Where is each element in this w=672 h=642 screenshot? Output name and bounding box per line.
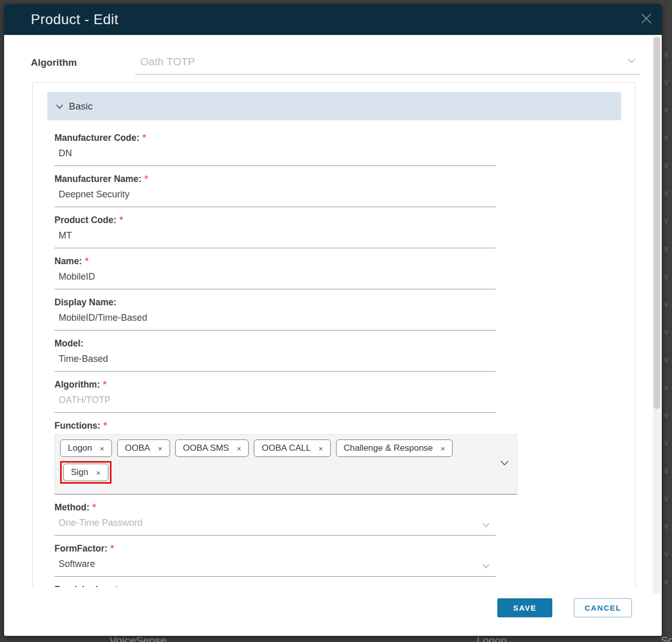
tag-label: Challenge & Response <box>344 443 433 453</box>
required-asterisk: * <box>85 256 89 266</box>
chevron-down-icon <box>482 560 490 571</box>
remove-tag-icon[interactable]: × <box>319 445 323 452</box>
tag-label: OOBA <box>125 443 150 453</box>
tag-logon: Logon × <box>60 439 112 457</box>
field-label: Algorithm: <box>54 379 100 390</box>
background-chevron-icon: ∨ <box>663 189 671 197</box>
modal-header: Product - Edit <box>4 4 662 35</box>
tag-label: Sign <box>71 467 88 478</box>
background-chevron-icon: ∨ <box>663 383 671 392</box>
required-asterisk: * <box>115 584 119 587</box>
close-button[interactable] <box>639 12 654 27</box>
background-chevron-icon: ∨ <box>663 217 671 225</box>
product-edit-modal: Product - Edit Algorithm Oath TOTP Basic… <box>4 4 662 636</box>
background-chevron-icon: ∨ <box>663 50 671 59</box>
remove-tag-icon[interactable]: × <box>100 445 104 452</box>
algorithm-select-row: Algorithm Oath TOTP <box>31 56 640 75</box>
field-display-name: Display Name: MobileID/Time-Based <box>54 296 496 331</box>
required-asterisk: * <box>110 543 114 554</box>
required-asterisk: * <box>103 379 106 390</box>
tag-ooba-sms: OOBA SMS × <box>175 439 249 457</box>
background-chevron-icon: ∨ <box>663 78 671 86</box>
background-chevron-icon: ∨ <box>663 411 671 419</box>
field-manufacturer-name: Manufacturer Name:* Deepnet Security <box>54 173 496 207</box>
section-basic-header[interactable]: Basic <box>47 92 621 120</box>
annotation-highlight-box: Sign × <box>60 461 111 484</box>
functions-multiselect[interactable]: Logon × OOBA × OOBA SMS × OOBA CALL × <box>54 434 517 494</box>
form-fields: Manufacturer Code:* DN Manufacturer Name… <box>33 120 496 587</box>
background-chevron-icon: ∨ <box>663 300 671 308</box>
remove-tag-icon[interactable]: × <box>158 445 162 452</box>
algorithm-dropdown[interactable]: Oath TOTP <box>135 56 640 75</box>
field-label: Manufacturer Name: <box>54 174 141 184</box>
field-label: FormFactor: <box>54 543 107 554</box>
cancel-button[interactable]: CANCEL <box>574 598 632 617</box>
background-chevron-icon: ∨ <box>663 134 671 142</box>
field-method: Method:* One-Time Password <box>54 501 496 536</box>
field-label: Model: <box>54 338 83 348</box>
modal-footer: SAVE CANCEL <box>497 598 632 617</box>
remove-tag-icon[interactable]: × <box>441 445 445 452</box>
field-label: Provisioning: <box>54 584 112 587</box>
remove-tag-icon[interactable]: × <box>237 445 241 452</box>
background-chevron-icon: ∨ <box>663 161 671 170</box>
chevron-down-icon <box>482 519 490 530</box>
model-input[interactable]: Time-Based <box>54 352 496 372</box>
required-asterisk: * <box>144 174 148 184</box>
required-asterisk: * <box>142 133 146 143</box>
modal-scrollbar-thumb[interactable] <box>654 37 660 409</box>
field-name: Name:* MobileID <box>54 255 496 289</box>
background-chevron-icon: ∨ <box>663 272 671 281</box>
algorithm-select-label: Algorithm <box>31 57 135 75</box>
background-chevron-icon: ∨ <box>663 578 671 586</box>
close-icon <box>640 12 652 27</box>
field-label: Product Code: <box>54 215 117 225</box>
field-formfactor: FormFactor:* Software <box>54 542 496 577</box>
field-model: Model: Time-Based <box>54 337 496 372</box>
form-scroll-area: Basic Manufacturer Code:* DN Manufacture… <box>32 82 636 587</box>
manufacturer-name-input[interactable]: Deepnet Security <box>54 188 496 207</box>
required-asterisk: * <box>92 502 96 512</box>
required-asterisk: * <box>103 420 107 431</box>
remove-tag-icon[interactable]: × <box>96 469 101 476</box>
field-label: Name: <box>54 256 82 266</box>
tag-challenge-response: Challenge & Response × <box>336 439 453 457</box>
field-manufacturer-code: Manufacturer Code:* DN <box>54 132 496 166</box>
background-chevron-icon: ∨ <box>663 245 671 253</box>
tag-ooba-call: OOBA CALL × <box>254 439 330 457</box>
field-label: Functions: <box>54 420 100 431</box>
field-algorithm: Algorithm:* OATH/TOTP <box>54 378 496 413</box>
background-chevron-icon: ∨ <box>663 439 671 447</box>
background-chevron-icon: ∨ <box>663 550 671 558</box>
chevron-down-icon[interactable] <box>500 458 509 468</box>
field-provisioning: Provisioning:* <box>54 583 496 587</box>
background-chevron-icon: ∨ <box>663 467 671 475</box>
chevron-down-icon <box>628 53 636 66</box>
method-dropdown[interactable]: One-Time Password <box>54 516 496 536</box>
method-dropdown-value: One-Time Password <box>59 518 142 528</box>
save-button[interactable]: SAVE <box>497 598 552 617</box>
background-chevron-icon: ∨ <box>663 494 671 503</box>
section-basic-title: Basic <box>69 101 92 112</box>
field-label: Manufacturer Code: <box>54 133 139 143</box>
background-chevrons: ∨∨∨∨∨∨∨∨∨∨∨∨∨∨∨∨∨∨∨∨ <box>663 50 671 636</box>
field-product-code: Product Code:* MT <box>54 214 496 248</box>
required-asterisk: * <box>120 215 123 225</box>
manufacturer-code-input[interactable]: DN <box>54 146 496 166</box>
chevron-down-icon <box>56 102 63 111</box>
background-chevron-icon: ∨ <box>663 106 671 114</box>
product-code-input[interactable]: MT <box>54 229 496 248</box>
tag-label: Logon <box>68 443 92 453</box>
background-chevron-icon: ∨ <box>663 356 671 364</box>
tag-label: OOBA SMS <box>183 443 229 453</box>
field-label: Display Name: <box>54 297 117 307</box>
field-functions: Functions:* Logon × OOBA × OOBA SMS × <box>54 419 496 494</box>
display-name-input[interactable]: MobileID/Time-Based <box>54 311 496 331</box>
modal-scrollbar-track[interactable] <box>653 36 661 593</box>
formfactor-dropdown[interactable]: Software <box>54 557 496 577</box>
tag-label: OOBA CALL <box>262 443 310 453</box>
background-chevron-icon: ∨ <box>663 328 671 336</box>
field-label: Method: <box>54 502 89 512</box>
algorithm-dropdown-placeholder: Oath TOTP <box>140 56 195 67</box>
name-input[interactable]: MobileID <box>54 270 496 289</box>
